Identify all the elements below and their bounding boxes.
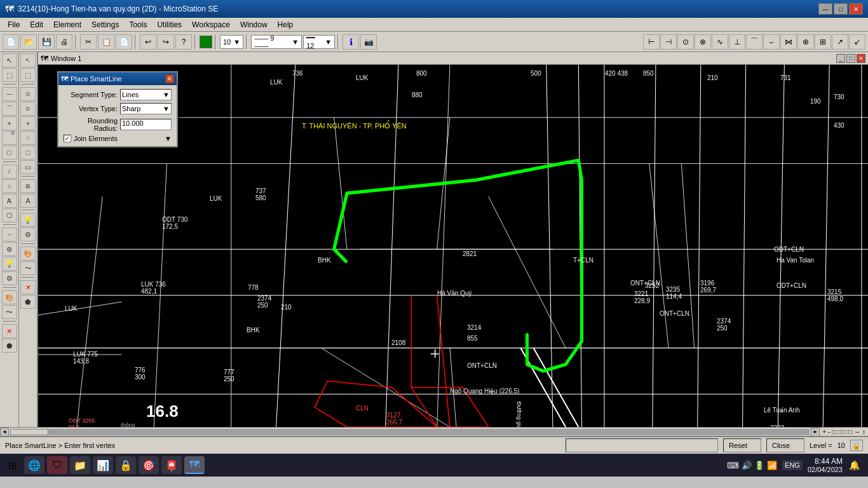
map-canvas[interactable]: 736 LUK LUK 800 500 420 438 850 210 731 …: [38, 65, 868, 427]
snap-btn9[interactable]: ⋈: [780, 34, 797, 50]
fill-tool[interactable]: 🎨: [2, 290, 17, 304]
rounding-radius-input[interactable]: 10.000: [120, 119, 172, 130]
task-lock[interactable]: 🔒: [116, 456, 136, 474]
status-btn1[interactable]: Reset: [723, 438, 761, 452]
lineweight-dropdown[interactable]: ━━ 12 ▼: [303, 35, 335, 49]
tool2-11[interactable]: 💡: [20, 213, 36, 227]
cut-button[interactable]: ✂: [80, 34, 97, 50]
menu-help[interactable]: Help: [273, 19, 299, 30]
snap-btn10[interactable]: ⊕: [797, 34, 814, 50]
menu-tools[interactable]: Tools: [124, 19, 152, 30]
tray-wifi[interactable]: 📶: [767, 461, 777, 470]
menu-element[interactable]: Element: [48, 19, 86, 30]
zoom-in[interactable]: +: [2, 116, 17, 130]
menu-edit[interactable]: Edit: [25, 19, 48, 30]
paste-button[interactable]: 📄: [116, 34, 132, 50]
close-button[interactable]: ✕: [849, 3, 863, 15]
vertex-type-select[interactable]: Sharp ▼: [120, 103, 172, 114]
undo-button[interactable]: ↩: [140, 34, 156, 50]
tray-battery[interactable]: 🔋: [754, 461, 764, 470]
level-dropdown[interactable]: 10 ▼: [220, 35, 243, 49]
curve-tool[interactable]: 〜: [2, 305, 17, 319]
open-button[interactable]: 📂: [20, 34, 37, 50]
tool2-8[interactable]: ▭: [20, 160, 36, 174]
hscroll-right-button[interactable]: ►: [811, 428, 820, 437]
snap-btn6[interactable]: ⊥: [729, 34, 745, 50]
tool2-5[interactable]: +: [20, 116, 36, 130]
text-tool[interactable]: A: [2, 194, 17, 208]
join-elements-arrow[interactable]: ▼: [165, 135, 172, 142]
map-area[interactable]: 🗺 Window 1 _ □ ✕ Main ✕: [38, 52, 868, 427]
tool2-3[interactable]: ⊙: [20, 87, 36, 101]
level-lock-icon[interactable]: 🔒: [850, 440, 863, 451]
window1-close[interactable]: ✕: [857, 54, 865, 63]
snap-btn1[interactable]: ⊢: [643, 34, 660, 50]
fence-tool[interactable]: ⬟: [2, 339, 17, 353]
snap-btn5[interactable]: ∿: [712, 34, 728, 50]
snap-btn2[interactable]: ⊣: [660, 34, 677, 50]
color-swatch[interactable]: [200, 36, 212, 48]
draw-line[interactable]: /: [2, 165, 17, 179]
window1-maximize[interactable]: □: [846, 54, 855, 63]
select-fence[interactable]: ⬚: [2, 68, 17, 82]
tray-volume[interactable]: 🔊: [742, 461, 752, 470]
snap-btn4[interactable]: ⊗: [695, 34, 711, 50]
symbol-tool[interactable]: ⊛: [2, 242, 17, 256]
status-btn2[interactable]: Close: [766, 438, 804, 452]
redo-button[interactable]: ↪: [158, 34, 174, 50]
menu-utilities[interactable]: Utilities: [152, 19, 187, 30]
language-indicator[interactable]: ENG: [782, 460, 803, 470]
menu-settings[interactable]: Settings: [86, 19, 124, 30]
zoom-out[interactable]: ⊙: [2, 131, 17, 145]
hscroll-left-button[interactable]: ◄: [0, 428, 9, 437]
hscroll-thumb[interactable]: [10, 429, 48, 435]
light-tool[interactable]: 💡: [2, 257, 17, 271]
help-button[interactable]: ?: [175, 34, 192, 50]
tool2-14[interactable]: 〜: [20, 261, 36, 275]
tool2-13[interactable]: 🎨: [20, 247, 36, 261]
tool2-1[interactable]: ↖: [20, 53, 36, 67]
task-shield[interactable]: 🛡: [47, 456, 67, 474]
menu-workspace[interactable]: Workspace: [187, 19, 235, 30]
start-button[interactable]: ⊞: [3, 456, 22, 474]
menu-window[interactable]: Window: [235, 19, 273, 30]
select-tool[interactable]: ↖: [2, 53, 17, 67]
task-chart[interactable]: 📊: [93, 456, 113, 474]
tool2-2[interactable]: ⬚: [20, 68, 36, 82]
gear-tool[interactable]: ⚙: [2, 271, 17, 285]
tool2-15[interactable]: ✕: [20, 280, 36, 294]
tool2-4[interactable]: ⊙: [20, 102, 36, 116]
snap-btn7[interactable]: ⌒: [746, 34, 763, 50]
arc-tool[interactable]: ⌒: [2, 102, 17, 116]
tool2-12[interactable]: ⚙: [20, 227, 36, 241]
dialog-close-button[interactable]: ✕: [165, 74, 174, 83]
camera-button[interactable]: 📷: [360, 34, 377, 50]
snap-btn11[interactable]: ⊞: [815, 34, 831, 50]
view-control[interactable]: □: [2, 146, 17, 159]
task-folder[interactable]: 📁: [70, 456, 90, 474]
smartline-tool[interactable]: ⎔: [2, 208, 17, 222]
notification-button[interactable]: 🔔: [848, 456, 860, 474]
task-target[interactable]: 🎯: [139, 456, 159, 474]
horizontal-scrollbar[interactable]: ◄ ► + - □ □ □ □ ↔ ↕: [0, 427, 868, 436]
dimension-tool[interactable]: ↔: [2, 227, 17, 241]
menu-file[interactable]: File: [3, 19, 25, 30]
clock[interactable]: 8:44 AM 02/04/2023: [808, 457, 843, 473]
join-elements-checkbox[interactable]: ✓: [64, 135, 71, 142]
tool2-16[interactable]: ⬟: [20, 295, 36, 309]
snap-btn13[interactable]: ↙: [849, 34, 865, 50]
maximize-button[interactable]: □: [834, 3, 848, 15]
draw-circle[interactable]: ○: [2, 179, 17, 193]
tool2-10[interactable]: A: [20, 194, 36, 208]
info-button[interactable]: ℹ: [342, 34, 359, 50]
task-microstation[interactable]: 🗺: [184, 456, 205, 474]
minimize-button[interactable]: —: [818, 3, 832, 15]
snap-btn3[interactable]: ⊙: [677, 34, 694, 50]
segment-type-select[interactable]: Lines ▼: [120, 89, 172, 100]
save-button[interactable]: 💾: [38, 34, 55, 50]
print-button[interactable]: 🖨: [56, 34, 72, 50]
snap-btn8[interactable]: ⌣: [763, 34, 780, 50]
copy-button[interactable]: 📋: [98, 34, 114, 50]
delete-tool[interactable]: ✕: [2, 324, 17, 338]
tool2-6[interactable]: ⊙: [20, 131, 36, 145]
